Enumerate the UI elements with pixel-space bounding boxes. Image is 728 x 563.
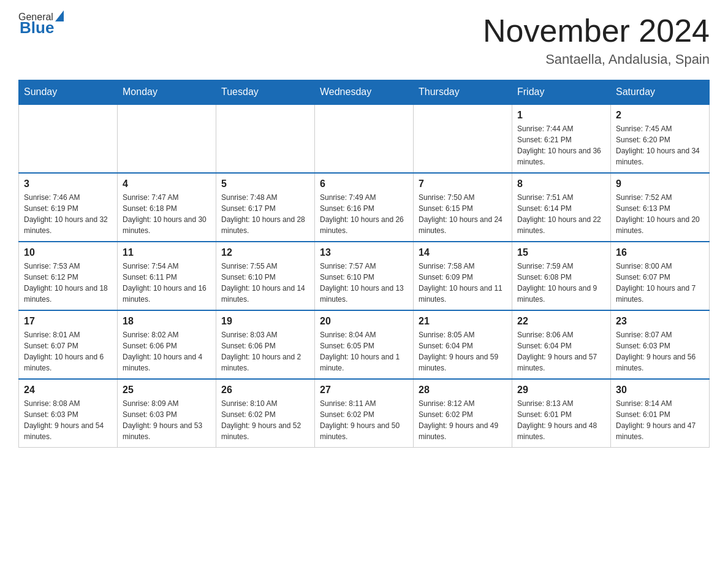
calendar-cell	[414, 104, 512, 173]
day-info: Sunrise: 8:00 AM Sunset: 6:07 PM Dayligh…	[616, 261, 704, 305]
day-number: 14	[419, 247, 507, 258]
header-day-sunday: Sunday	[19, 80, 118, 105]
day-info: Sunrise: 8:14 AM Sunset: 6:01 PM Dayligh…	[616, 398, 704, 442]
calendar-cell: 12Sunrise: 7:55 AM Sunset: 6:10 PM Dayli…	[216, 242, 315, 310]
calendar-cell: 23Sunrise: 8:07 AM Sunset: 6:03 PM Dayli…	[611, 310, 710, 379]
day-info: Sunrise: 7:51 AM Sunset: 6:14 PM Dayligh…	[517, 192, 605, 236]
day-number: 9	[616, 178, 704, 190]
day-number: 28	[419, 385, 507, 396]
calendar-cell	[216, 104, 315, 173]
calendar-table: SundayMondayTuesdayWednesdayThursdayFrid…	[18, 80, 710, 448]
day-number: 3	[24, 178, 112, 190]
calendar-cell: 28Sunrise: 8:12 AM Sunset: 6:02 PM Dayli…	[414, 379, 512, 448]
page-header: General Blue November 2024 Santaella, An…	[18, 12, 710, 67]
day-info: Sunrise: 8:10 AM Sunset: 6:02 PM Dayligh…	[221, 398, 309, 442]
calendar-cell: 16Sunrise: 8:00 AM Sunset: 6:07 PM Dayli…	[611, 242, 710, 310]
calendar-cell: 2Sunrise: 7:45 AM Sunset: 6:20 PM Daylig…	[611, 104, 710, 173]
day-number: 27	[320, 385, 408, 396]
calendar-cell: 15Sunrise: 7:59 AM Sunset: 6:08 PM Dayli…	[512, 242, 611, 310]
calendar-cell: 24Sunrise: 8:08 AM Sunset: 6:03 PM Dayli…	[19, 379, 118, 448]
calendar-cell: 21Sunrise: 8:05 AM Sunset: 6:04 PM Dayli…	[414, 310, 512, 379]
day-number: 30	[616, 385, 704, 396]
day-info: Sunrise: 8:06 AM Sunset: 6:04 PM Dayligh…	[517, 329, 605, 373]
day-number: 5	[221, 178, 309, 190]
day-info: Sunrise: 7:58 AM Sunset: 6:09 PM Dayligh…	[419, 261, 507, 305]
day-number: 12	[221, 247, 309, 258]
calendar-cell: 10Sunrise: 7:53 AM Sunset: 6:12 PM Dayli…	[19, 242, 118, 310]
day-info: Sunrise: 7:50 AM Sunset: 6:15 PM Dayligh…	[419, 192, 507, 236]
day-info: Sunrise: 8:05 AM Sunset: 6:04 PM Dayligh…	[419, 329, 507, 373]
header-day-monday: Monday	[118, 80, 216, 105]
day-number: 23	[616, 316, 704, 327]
header-day-thursday: Thursday	[414, 80, 512, 105]
day-number: 11	[123, 247, 211, 258]
day-info: Sunrise: 7:59 AM Sunset: 6:08 PM Dayligh…	[517, 261, 605, 305]
calendar-cell: 4Sunrise: 7:47 AM Sunset: 6:18 PM Daylig…	[118, 173, 216, 242]
day-info: Sunrise: 7:52 AM Sunset: 6:13 PM Dayligh…	[616, 192, 704, 236]
day-info: Sunrise: 8:01 AM Sunset: 6:07 PM Dayligh…	[24, 329, 112, 373]
day-number: 15	[517, 247, 605, 258]
day-info: Sunrise: 8:03 AM Sunset: 6:06 PM Dayligh…	[221, 329, 309, 373]
calendar-cell: 6Sunrise: 7:49 AM Sunset: 6:16 PM Daylig…	[315, 173, 414, 242]
calendar-cell	[118, 104, 216, 173]
calendar-cell: 13Sunrise: 7:57 AM Sunset: 6:10 PM Dayli…	[315, 242, 414, 310]
calendar-cell: 11Sunrise: 7:54 AM Sunset: 6:11 PM Dayli…	[118, 242, 216, 310]
day-info: Sunrise: 7:57 AM Sunset: 6:10 PM Dayligh…	[320, 261, 408, 305]
calendar-cell: 26Sunrise: 8:10 AM Sunset: 6:02 PM Dayli…	[216, 379, 315, 448]
calendar-cell: 19Sunrise: 8:03 AM Sunset: 6:06 PM Dayli…	[216, 310, 315, 379]
calendar-cell	[315, 104, 414, 173]
day-number: 8	[517, 178, 605, 190]
calendar-cell	[19, 104, 118, 173]
day-number: 29	[517, 385, 605, 396]
calendar-week-4: 17Sunrise: 8:01 AM Sunset: 6:07 PM Dayli…	[19, 310, 710, 379]
calendar-header-row: SundayMondayTuesdayWednesdayThursdayFrid…	[19, 80, 710, 105]
day-number: 20	[320, 316, 408, 327]
calendar-cell: 25Sunrise: 8:09 AM Sunset: 6:03 PM Dayli…	[118, 379, 216, 448]
day-number: 17	[24, 316, 112, 327]
calendar-cell: 30Sunrise: 8:14 AM Sunset: 6:01 PM Dayli…	[611, 379, 710, 448]
header-day-wednesday: Wednesday	[315, 80, 414, 105]
location-subtitle: Santaella, Andalusia, Spain	[483, 52, 710, 67]
day-number: 26	[221, 385, 309, 396]
calendar-cell: 22Sunrise: 8:06 AM Sunset: 6:04 PM Dayli…	[512, 310, 611, 379]
day-number: 6	[320, 178, 408, 190]
day-info: Sunrise: 7:55 AM Sunset: 6:10 PM Dayligh…	[221, 261, 309, 305]
day-number: 7	[419, 178, 507, 190]
month-title: November 2024	[483, 12, 710, 49]
day-number: 21	[419, 316, 507, 327]
header-day-saturday: Saturday	[611, 80, 710, 105]
day-number: 4	[123, 178, 211, 190]
day-info: Sunrise: 8:11 AM Sunset: 6:02 PM Dayligh…	[320, 398, 408, 442]
day-info: Sunrise: 7:45 AM Sunset: 6:20 PM Dayligh…	[616, 123, 704, 167]
day-number: 10	[24, 247, 112, 258]
day-info: Sunrise: 8:04 AM Sunset: 6:05 PM Dayligh…	[320, 329, 408, 373]
calendar-cell: 9Sunrise: 7:52 AM Sunset: 6:13 PM Daylig…	[611, 173, 710, 242]
header-day-friday: Friday	[512, 80, 611, 105]
day-number: 13	[320, 247, 408, 258]
day-info: Sunrise: 8:09 AM Sunset: 6:03 PM Dayligh…	[123, 398, 211, 442]
logo: General Blue	[18, 12, 64, 37]
day-number: 16	[616, 247, 704, 258]
day-info: Sunrise: 7:48 AM Sunset: 6:17 PM Dayligh…	[221, 192, 309, 236]
logo-triangle-icon	[55, 10, 64, 21]
day-number: 25	[123, 385, 211, 396]
calendar-week-3: 10Sunrise: 7:53 AM Sunset: 6:12 PM Dayli…	[19, 242, 710, 310]
calendar-week-2: 3Sunrise: 7:46 AM Sunset: 6:19 PM Daylig…	[19, 173, 710, 242]
calendar-cell: 27Sunrise: 8:11 AM Sunset: 6:02 PM Dayli…	[315, 379, 414, 448]
day-info: Sunrise: 7:49 AM Sunset: 6:16 PM Dayligh…	[320, 192, 408, 236]
day-number: 22	[517, 316, 605, 327]
day-info: Sunrise: 8:07 AM Sunset: 6:03 PM Dayligh…	[616, 329, 704, 373]
day-info: Sunrise: 7:54 AM Sunset: 6:11 PM Dayligh…	[123, 261, 211, 305]
header-day-tuesday: Tuesday	[216, 80, 315, 105]
day-info: Sunrise: 7:44 AM Sunset: 6:21 PM Dayligh…	[517, 123, 605, 167]
logo-blue-text: Blue	[20, 18, 54, 37]
day-number: 2	[616, 110, 704, 121]
day-number: 1	[517, 110, 605, 121]
calendar-cell: 3Sunrise: 7:46 AM Sunset: 6:19 PM Daylig…	[19, 173, 118, 242]
day-number: 19	[221, 316, 309, 327]
calendar-cell: 1Sunrise: 7:44 AM Sunset: 6:21 PM Daylig…	[512, 104, 611, 173]
calendar-cell: 17Sunrise: 8:01 AM Sunset: 6:07 PM Dayli…	[19, 310, 118, 379]
calendar-cell: 14Sunrise: 7:58 AM Sunset: 6:09 PM Dayli…	[414, 242, 512, 310]
calendar-week-5: 24Sunrise: 8:08 AM Sunset: 6:03 PM Dayli…	[19, 379, 710, 448]
day-number: 24	[24, 385, 112, 396]
